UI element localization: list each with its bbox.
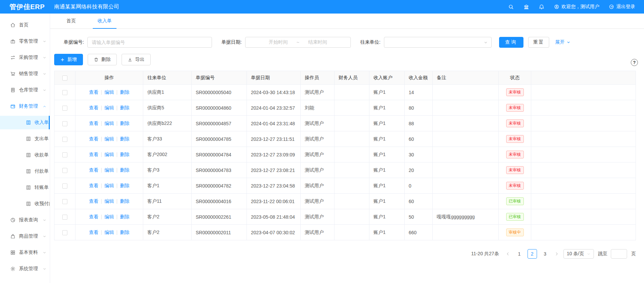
action-view-link[interactable]: 查看 bbox=[89, 214, 99, 219]
action-view-link[interactable]: 查看 bbox=[89, 152, 99, 157]
action-delete-link[interactable]: 删除 bbox=[120, 121, 129, 126]
cell-operator: 测试用户 bbox=[301, 162, 335, 178]
search-button[interactable]: 查询 bbox=[499, 37, 523, 48]
action-edit-link[interactable]: 编辑 bbox=[105, 167, 114, 173]
bell-icon[interactable] bbox=[539, 4, 544, 10]
action-edit-link[interactable]: 编辑 bbox=[105, 89, 114, 95]
action-edit-link[interactable]: 编辑 bbox=[105, 183, 114, 188]
sidebar-item-finance[interactable]: 财务管理 bbox=[0, 100, 50, 113]
action-view-link[interactable]: 查看 bbox=[89, 230, 99, 235]
help-icon[interactable]: ? bbox=[631, 59, 638, 66]
action-edit-link[interactable]: 编辑 bbox=[105, 198, 114, 204]
row-actions: 查看|编辑|删除 bbox=[76, 194, 143, 209]
action-edit-link[interactable]: 编辑 bbox=[105, 230, 114, 235]
sidebar-item-warehouse[interactable]: 仓库管理 bbox=[0, 83, 50, 97]
action-delete-link[interactable]: 删除 bbox=[120, 167, 129, 173]
page-size-select[interactable]: 10 条/页 bbox=[563, 249, 594, 259]
row-actions: 查看|编辑|删除 bbox=[76, 116, 143, 131]
chevron-down-icon bbox=[587, 252, 591, 256]
row-select-cell bbox=[55, 178, 76, 194]
action-view-link[interactable]: 查看 bbox=[89, 89, 99, 95]
sidebar-item-transfer[interactable]: 转账单 bbox=[0, 181, 50, 194]
cell-note bbox=[433, 100, 499, 116]
cell-amount: 660 bbox=[405, 225, 433, 240]
chevron-up-icon bbox=[43, 105, 46, 108]
sidebar-item-advance[interactable]: 收预付款 bbox=[0, 197, 50, 211]
reset-button[interactable]: 重置 bbox=[528, 37, 549, 48]
next-page-button[interactable] bbox=[553, 252, 560, 256]
chevron-down-icon bbox=[43, 218, 46, 222]
prev-page-button[interactable] bbox=[505, 252, 511, 256]
action-delete-link[interactable]: 删除 bbox=[120, 89, 129, 95]
row-checkbox[interactable] bbox=[62, 215, 67, 220]
action-view-link[interactable]: 查看 bbox=[89, 121, 99, 126]
app-logo[interactable]: 管伊佳ERP bbox=[0, 2, 50, 12]
action-edit-link[interactable]: 编辑 bbox=[105, 152, 114, 157]
action-delete-link[interactable]: 删除 bbox=[120, 152, 129, 157]
action-delete-link[interactable]: 删除 bbox=[120, 183, 129, 188]
row-checkbox[interactable] bbox=[62, 168, 67, 173]
page-button-2[interactable]: 2 bbox=[528, 249, 537, 259]
sidebar-item-home[interactable]: 首页 bbox=[0, 18, 50, 32]
tab-income[interactable]: 收入单 bbox=[95, 14, 114, 28]
expand-link[interactable]: 展开 bbox=[555, 39, 571, 45]
row-checkbox[interactable] bbox=[62, 121, 67, 126]
sidebar-item-expense[interactable]: 支出单 bbox=[0, 132, 50, 146]
sidebar-item-system[interactable]: 系统管理 bbox=[0, 262, 50, 276]
action-delete-link[interactable]: 删除 bbox=[120, 105, 129, 110]
doc-icon bbox=[26, 201, 31, 206]
action-view-link[interactable]: 查看 bbox=[89, 105, 99, 110]
select-all-checkbox[interactable] bbox=[62, 75, 67, 81]
action-edit-link[interactable]: 编辑 bbox=[105, 105, 114, 110]
sidebar-item-income[interactable]: 收入单 bbox=[0, 116, 50, 129]
action-delete-link[interactable]: 删除 bbox=[120, 198, 129, 204]
action-delete-link[interactable]: 删除 bbox=[120, 214, 129, 219]
sidebar-item-label: 基本资料 bbox=[19, 249, 38, 256]
action-view-link[interactable]: 查看 bbox=[89, 167, 99, 173]
action-view-link[interactable]: 查看 bbox=[89, 136, 99, 142]
sidebar-item-sales[interactable]: 销售管理 bbox=[0, 67, 50, 81]
delete-button[interactable]: 删除 bbox=[88, 54, 117, 65]
logout-button[interactable]: 退出登录 bbox=[609, 4, 635, 10]
action-delete-link[interactable]: 删除 bbox=[120, 230, 129, 235]
page-button-1[interactable]: 1 bbox=[515, 249, 524, 259]
row-checkbox[interactable] bbox=[62, 183, 67, 189]
sidebar-item-retail[interactable]: 零售管理 bbox=[0, 35, 50, 48]
add-button[interactable]: 新增 bbox=[54, 54, 83, 65]
action-edit-link[interactable]: 编辑 bbox=[105, 121, 114, 126]
row-checkbox[interactable] bbox=[62, 90, 67, 95]
action-delete-link[interactable]: 删除 bbox=[120, 136, 129, 142]
row-checkbox[interactable] bbox=[62, 137, 67, 142]
cell-partner: 客户1 bbox=[143, 178, 192, 194]
sidebar-item-purchase[interactable]: 采购管理 bbox=[0, 51, 50, 64]
partner-select[interactable] bbox=[384, 37, 492, 48]
action-divider: | bbox=[101, 136, 102, 142]
table-toolbar: 新增 删除 导出 bbox=[50, 48, 644, 71]
date-range-picker[interactable]: 开始时间 ~ 结束时间 bbox=[245, 37, 351, 48]
sidebar-item-payment[interactable]: 付款单 bbox=[0, 165, 50, 178]
page-button-3[interactable]: 3 bbox=[540, 249, 550, 259]
doc-no-input[interactable] bbox=[87, 37, 212, 48]
row-checkbox[interactable] bbox=[62, 230, 67, 235]
welcome-user[interactable]: 欢迎您，测试用户 bbox=[554, 4, 599, 10]
bank-icon[interactable] bbox=[523, 4, 529, 10]
sidebar-item-reports[interactable]: 报表查询 bbox=[0, 213, 50, 227]
cell-date: 2023-11-22 00:06:01 bbox=[247, 194, 301, 209]
action-edit-link[interactable]: 编辑 bbox=[105, 214, 114, 219]
sidebar-item-basic[interactable]: 基本资料 bbox=[0, 246, 50, 259]
sidebar-item-receipt[interactable]: 收款单 bbox=[0, 148, 50, 162]
action-view-link[interactable]: 查看 bbox=[89, 183, 99, 188]
row-checkbox[interactable] bbox=[62, 152, 67, 157]
action-edit-link[interactable]: 编辑 bbox=[105, 136, 114, 142]
action-view-link[interactable]: 查看 bbox=[89, 198, 99, 204]
search-icon[interactable] bbox=[508, 4, 514, 10]
doc-icon bbox=[26, 169, 31, 174]
jump-page-input[interactable] bbox=[611, 249, 627, 259]
row-checkbox[interactable] bbox=[62, 106, 67, 111]
action-divider: | bbox=[101, 230, 102, 235]
tab-home[interactable]: 首页 bbox=[64, 14, 78, 28]
row-filler bbox=[531, 131, 636, 147]
export-button[interactable]: 导出 bbox=[122, 54, 151, 65]
sidebar-item-goods[interactable]: 商品管理 bbox=[0, 230, 50, 243]
row-checkbox[interactable] bbox=[62, 199, 67, 204]
